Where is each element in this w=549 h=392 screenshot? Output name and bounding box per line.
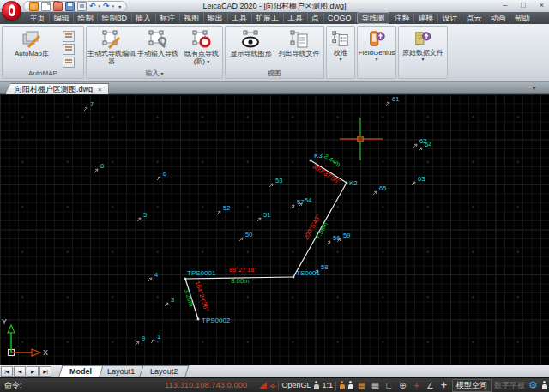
ribbon-tab-8[interactable]: 输出: [204, 13, 228, 23]
polar-tracking-icon[interactable]: ⊕: [397, 379, 408, 392]
automap-icon: [21, 29, 42, 50]
station-node-TPS0002[interactable]: [197, 318, 200, 321]
digitizer-tablet-toggle[interactable]: 数字平板: [494, 380, 525, 391]
point-marker-53[interactable]: [269, 184, 273, 187]
angle-snap-icon[interactable]: ∠: [425, 379, 436, 392]
user-icon[interactable]: [313, 381, 319, 389]
ribbon-tab-15[interactable]: 注释: [390, 13, 414, 23]
ribbon-tab-13[interactable]: COGO: [324, 13, 357, 23]
ribbon-tab-3[interactable]: 绘制: [74, 13, 98, 23]
document-tab-menu-icon[interactable]: ▼: [531, 85, 537, 91]
object-snap-icon[interactable]: +: [411, 379, 422, 392]
document-tab-close-icon[interactable]: ×: [98, 86, 102, 93]
ribbon-tab-11[interactable]: 工具: [284, 13, 308, 23]
active-traverse-editor-button[interactable]: 主动式导线编辑器: [87, 29, 136, 65]
raw-data-dropdown-icon[interactable]: ▾: [421, 57, 424, 62]
ribbon-tab-20[interactable]: 帮助: [510, 13, 534, 23]
fieldgenius-button[interactable]: FieldGenius ▾: [359, 30, 395, 62]
existing-point-dropdown-icon[interactable]: ▾: [207, 59, 209, 64]
user-add-icon[interactable]: [347, 381, 353, 389]
annotation-scale[interactable]: 1:1: [322, 381, 333, 389]
tab-nav-next-button[interactable]: ▶: [27, 366, 39, 377]
point-marker-64[interactable]: [419, 148, 422, 151]
ribbon-tab-12[interactable]: 点: [308, 13, 324, 23]
ribbon-tab-7[interactable]: 视图: [180, 13, 204, 23]
ribbon-tab-18[interactable]: 点云: [462, 13, 486, 23]
point-marker-7[interactable]: [84, 107, 87, 111]
ribbon-tab-5[interactable]: 插入: [132, 13, 156, 23]
manual-input-traverse-button[interactable]: 手动输入导线: [136, 29, 179, 57]
snap-grid-icon[interactable]: ▦: [356, 379, 367, 392]
calibrate-button[interactable]: 校准 ▾: [328, 30, 353, 62]
layout-tab-layout2[interactable]: Layout2: [139, 365, 190, 377]
model-space-button[interactable]: 模型空间: [452, 379, 492, 392]
station-node-K2[interactable]: [346, 182, 348, 184]
existing-point-traverse-button[interactable]: 既有点导线 (新) ▾: [181, 29, 222, 65]
point-marker-9[interactable]: [136, 341, 139, 345]
ortho-mode-icon[interactable]: ∟: [383, 379, 395, 392]
automap-mini-button-2[interactable]: [63, 44, 75, 55]
ribbon-tab-4[interactable]: 绘制3D: [98, 13, 132, 23]
point-marker-61[interactable]: [386, 102, 389, 106]
ribbon-tab-1[interactable]: 主页: [26, 13, 50, 23]
command-prompt[interactable]: 命令:: [4, 380, 22, 391]
traverse-manual-icon: [148, 29, 168, 50]
ribbon-tab-9[interactable]: 工具: [228, 13, 252, 23]
tab-nav-last-button[interactable]: ▶|: [39, 366, 51, 377]
point-marker-51[interactable]: [257, 218, 261, 221]
grid-display-icon[interactable]: ▦: [370, 379, 381, 392]
automap-mini-button-1[interactable]: [63, 31, 75, 42]
fieldgenius-dropdown-icon[interactable]: ▾: [375, 57, 377, 62]
slope-indicator-icon[interactable]: [259, 382, 267, 389]
point-marker-3[interactable]: [165, 303, 168, 306]
lineweight-indicator-icon[interactable]: -o-: [269, 383, 275, 389]
point-marker-57[interactable]: [291, 205, 294, 208]
profile-icon[interactable]: [541, 381, 547, 389]
ribbon-tab-6[interactable]: 标注: [156, 13, 180, 23]
document-tab[interactable]: 向阳村棚户区测图.dwg ×: [5, 83, 109, 94]
automap-library-button[interactable]: AutoMap库: [8, 29, 56, 57]
point-marker-1[interactable]: [151, 340, 154, 343]
crosshair-toggle-icon[interactable]: +: [438, 379, 449, 392]
ribbon-tab-17[interactable]: 设计: [438, 13, 462, 23]
tab-nav-first-button[interactable]: |◀: [1, 366, 13, 377]
station-node-TPS0001[interactable]: [184, 278, 187, 280]
close-button[interactable]: ×: [540, 0, 544, 11]
maximize-button[interactable]: □: [521, 0, 525, 11]
point-marker-50[interactable]: [239, 238, 243, 241]
drawing-canvas[interactable]: 786543915352515057545659586162646365K3K2…: [0, 94, 549, 365]
layout-tab-model[interactable]: Model: [58, 365, 104, 377]
minimize-button[interactable]: –: [503, 0, 507, 11]
raw-data-file-button[interactable]: 原始数据文件 ▾: [400, 30, 446, 62]
ribbon-group-calibrate: 校准 ▾: [326, 26, 355, 79]
ribbon-tab-16[interactable]: 建模: [414, 13, 438, 23]
point-marker-8[interactable]: [94, 169, 98, 172]
station-node-TS0001[interactable]: [293, 276, 295, 279]
point-marker-56[interactable]: [327, 241, 330, 244]
point-marker-6[interactable]: [157, 177, 160, 180]
input-group-dropdown-icon[interactable]: ▾: [161, 71, 164, 76]
ribbon-tab-14[interactable]: 导线测: [357, 12, 389, 24]
point-marker-65[interactable]: [373, 191, 377, 195]
ribbon-tab-2[interactable]: 编辑: [50, 13, 74, 23]
list-traverse-file-button[interactable]: 列出导线文件: [275, 29, 323, 57]
tab-nav-prev-button[interactable]: ◀: [14, 366, 26, 377]
station-node-K3[interactable]: [310, 160, 312, 162]
point-marker-4[interactable]: [148, 278, 152, 281]
show-traverse-graphics-button[interactable]: 显示导线图形: [227, 29, 274, 57]
automap-mini-button-3[interactable]: [63, 57, 75, 68]
settings-gear-icon[interactable]: ⚙: [528, 379, 539, 392]
point-marker-5[interactable]: [137, 218, 141, 221]
calibrate-dropdown-icon[interactable]: ▾: [339, 57, 341, 62]
opengl-status[interactable]: OpenGL: [281, 381, 311, 389]
ribbon-tab-10[interactable]: 扩展工: [252, 13, 284, 23]
app-window: ↶▾ ↷▾ ▾ LeicaCAD 2020 - [向阳村棚户区测图.dwg] –…: [0, 0, 549, 392]
point-marker-62[interactable]: [413, 144, 417, 148]
ribbon-tab-19[interactable]: 动画: [486, 13, 510, 23]
walker-icon[interactable]: [339, 381, 345, 389]
point-marker-52[interactable]: [217, 211, 220, 214]
traverse-existing-icon: [191, 29, 212, 50]
status-bar: 命令: 113.310,108.743,0.000 -o- OpenGL 1:1…: [0, 377, 549, 392]
point-marker-63[interactable]: [412, 182, 415, 185]
app-logo-icon[interactable]: [2, 1, 21, 21]
